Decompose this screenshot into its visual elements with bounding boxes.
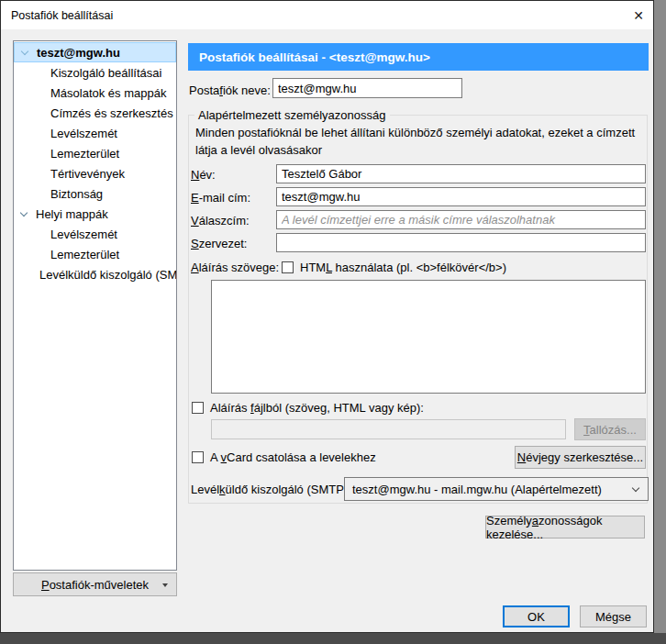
sidebar-item-local-disk-space[interactable]: Lemezterület — [14, 244, 176, 264]
account-name-label: Postafiók neve: — [189, 83, 271, 97]
sidebar-item-account-root[interactable]: teszt@mgw.hu — [14, 42, 176, 62]
sidebar-item-local-folders[interactable]: Helyi mappák — [14, 204, 176, 224]
reply-to-label: Válaszcím: — [191, 214, 250, 228]
reply-to-input[interactable] — [276, 210, 646, 229]
smtp-server-select[interactable]: teszt@mgw.hu - mail.mgw.hu (Alapértelmez… — [344, 477, 649, 501]
signature-file-path-input[interactable] — [211, 419, 566, 439]
sidebar-item-composition-addressing[interactable]: Címzés és szerkesztés — [14, 103, 176, 123]
manage-identities-button[interactable]: Személyazonosságok kezelése... — [485, 516, 645, 539]
sidebar-item-server-settings[interactable]: Kiszolgáló beállításai — [14, 62, 176, 83]
default-identity-group: Alapértelmezett személyazonosság Minden … — [188, 115, 648, 504]
dropdown-arrow-icon — [162, 583, 168, 587]
chevron-down-icon — [632, 484, 639, 492]
edit-vcard-button[interactable]: Névjegy szerkesztése... — [515, 446, 646, 469]
email-input[interactable] — [276, 187, 646, 206]
smtp-selected-value: teszt@mgw.hu - mail.mgw.hu (Alapértelmez… — [352, 483, 602, 496]
browse-button[interactable]: Tallózás... — [574, 418, 646, 440]
attach-vcard-label: A vCard csatolása a levelekhez — [210, 450, 376, 464]
name-input[interactable] — [276, 164, 646, 183]
sidebar-item-return-receipts[interactable]: Tértivevények — [14, 163, 176, 183]
account-name-input[interactable] — [272, 78, 462, 98]
name-label: Név: — [191, 168, 216, 182]
chevron-down-icon — [20, 208, 28, 216]
identity-description: Minden postafióknál be lehet állítani kü… — [195, 124, 645, 159]
cancel-button[interactable]: Mégse — [580, 605, 647, 627]
html-signature-label: HTML használata (pl. <b>félkövér</b>) — [300, 261, 506, 274]
sidebar-item-local-junk[interactable]: Levélszemét — [14, 224, 176, 244]
titlebar: Postafiók beállításai ✕ — [1, 1, 653, 29]
html-signature-checkbox[interactable] — [282, 261, 294, 273]
smtp-label: Levélküldő kiszolgáló (SMTP): — [191, 483, 351, 496]
chevron-down-icon — [21, 47, 28, 54]
signature-textarea[interactable] — [211, 280, 646, 394]
sidebar-item-disk-space[interactable]: Lemezterület — [14, 143, 176, 163]
organization-label: Szervezet: — [191, 237, 247, 250]
screen: Postafiók beállításai ✕ teszt@mgw.hu Kis… — [0, 0, 666, 644]
settings-tree: teszt@mgw.hu Kiszolgáló beállításai Máso… — [13, 40, 177, 571]
group-legend: Alapértelmezett személyazonosság — [194, 108, 390, 122]
signature-label: Aláírás szövege: — [191, 261, 279, 274]
ok-button[interactable]: OK — [503, 605, 570, 627]
page-title: Postafiók beállításai - <teszt@mgw.hu> — [188, 43, 649, 71]
organization-input[interactable] — [276, 233, 646, 252]
sidebar-item-outgoing-smtp[interactable]: Levélküldő kiszolgáló (SMTP) — [14, 264, 176, 284]
signature-file-checkbox[interactable] — [192, 402, 204, 414]
window-title: Postafiók beállításai — [11, 9, 113, 22]
account-actions-button[interactable]: Postafiók-műveletek — [13, 572, 177, 596]
sidebar-item-security[interactable]: Biztonság — [14, 183, 176, 204]
window-edge — [654, 0, 666, 633]
attach-vcard-checkbox[interactable] — [192, 451, 204, 463]
sidebar-item-junk[interactable]: Levélszemét — [14, 123, 176, 143]
account-settings-dialog: Postafiók beállításai ✕ teszt@mgw.hu Kis… — [0, 0, 654, 633]
signature-file-label: Aláírás fájlból (szöveg, HTML vagy kép): — [210, 401, 424, 415]
sidebar-item-copies-folders[interactable]: Másolatok és mappák — [14, 83, 176, 103]
close-icon[interactable]: ✕ — [628, 6, 649, 25]
email-label: E-mail cím: — [191, 191, 250, 205]
